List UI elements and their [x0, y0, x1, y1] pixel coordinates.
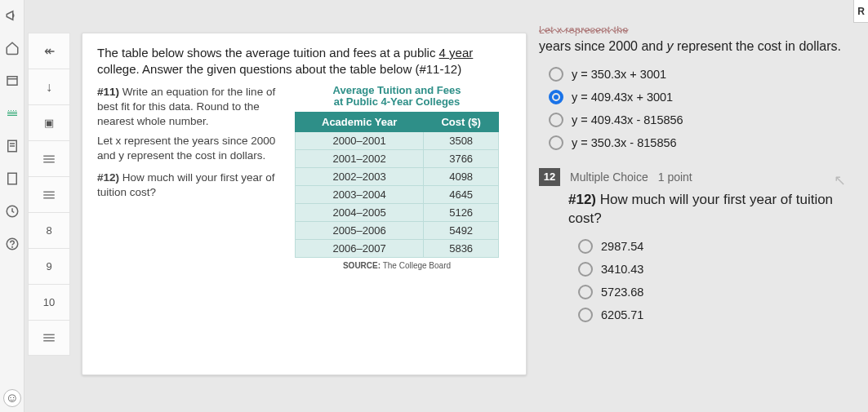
- back-arrow-icon: ↞: [44, 43, 55, 59]
- cell-year: 2003–2004: [296, 186, 424, 204]
- q12-option[interactable]: 5723.68: [578, 285, 857, 299]
- q12-option[interactable]: 3410.43: [578, 262, 857, 277]
- cell-cost: 5836: [424, 240, 499, 258]
- source-label: SOURCE:: [343, 261, 381, 270]
- q12-title-rest: How much will your first year of tuition…: [568, 192, 833, 226]
- question-panel: Let x represent the years since 2000 and…: [539, 24, 857, 340]
- table-title-l2: at Public 4-Year Colleges: [295, 96, 499, 109]
- nav-lines-3[interactable]: [28, 320, 70, 356]
- cell-cost: 4098: [424, 168, 499, 186]
- q11-options: y = 350.3x + 3001y = 409.43x + 3001y = 4…: [549, 67, 857, 150]
- table-row: 2000–20013508: [296, 132, 499, 150]
- option-text: 5723.68: [601, 286, 643, 299]
- clock-icon[interactable]: [5, 204, 20, 219]
- option-text: 6205.71: [601, 308, 643, 321]
- down-arrow-icon: ↓: [46, 80, 52, 95]
- sheet-icon[interactable]: [5, 139, 20, 153]
- q11-let: Let x represent the years since 2000 and…: [97, 134, 283, 163]
- window-icon[interactable]: [5, 73, 20, 88]
- q12-option[interactable]: 6205.71: [578, 308, 857, 322]
- q11-body: Write an equation for the line of best f…: [97, 86, 275, 127]
- radio-icon: [578, 239, 593, 254]
- passage-card: The table below shows the average tuitio…: [82, 33, 527, 375]
- q12-title-lead: #12): [568, 192, 596, 207]
- cell-cost: 4645: [424, 186, 499, 204]
- q11-option[interactable]: y = 409.43x + 3001: [549, 90, 857, 104]
- intro-post: college. Answer the given questions abou…: [97, 62, 461, 76]
- radio-icon: [578, 262, 593, 277]
- table-row: 2005–20065492: [296, 222, 499, 240]
- megaphone-icon[interactable]: [5, 8, 20, 23]
- tuition-table-wrap: Average Tuition and Fees at Public 4-Yea…: [295, 85, 499, 271]
- cell-year: 2004–2005: [296, 204, 424, 222]
- table-row: 2003–20044645: [296, 186, 499, 204]
- nav-q8[interactable]: 8: [28, 212, 70, 248]
- table-title: Average Tuition and Fees at Public 4-Yea…: [295, 85, 499, 109]
- cell-year: 2002–2003: [296, 168, 424, 186]
- q11-stem-b: y: [667, 39, 674, 53]
- table-title-l1: Average Tuition and Fees: [295, 85, 499, 97]
- option-text: y = 350.3x - 815856: [572, 136, 677, 149]
- q12-title: #12) How much will your first year of tu…: [568, 191, 857, 228]
- q12-options: 2987.543410.435723.686205.71: [578, 239, 857, 322]
- nav-q9[interactable]: 9: [28, 248, 70, 284]
- q11-option[interactable]: y = 350.3x + 3001: [549, 67, 857, 82]
- nav-q10[interactable]: 10: [28, 284, 70, 320]
- radio-icon: [549, 135, 563, 150]
- q12-body: How much will your first year of tuition…: [97, 171, 275, 198]
- question-nav: ↞ ↓ ▣ 8 9 10: [24, 33, 73, 356]
- table-row: 2001–20023766: [296, 150, 499, 168]
- q11-stem-c: represent the cost in dollars.: [674, 39, 841, 53]
- svg-rect-5: [7, 173, 16, 184]
- table-row: 2006–20075836: [296, 240, 499, 258]
- nav-back[interactable]: ↞: [28, 33, 70, 69]
- intro-pre: The table below shows the average tuitio…: [97, 46, 439, 60]
- cell-cost: 3508: [424, 132, 499, 150]
- table-row: 2004–20055126: [296, 204, 499, 222]
- nav-lines-2[interactable]: [28, 176, 70, 212]
- cell-cost: 5492: [424, 222, 499, 240]
- q12-lead: #12): [97, 171, 119, 184]
- doc-icon[interactable]: [5, 171, 20, 186]
- radio-icon: [549, 67, 563, 82]
- q11-text: #11) Write an equation for the line of b…: [97, 85, 283, 164]
- q11-stem-a: years since 2000 and: [539, 39, 667, 53]
- ghost-cursor-icon: ↖: [834, 171, 846, 189]
- q12-points: 1 point: [658, 171, 692, 184]
- user-bubble-icon[interactable]: ☺: [3, 389, 21, 407]
- app-icon-rail: ⩸ ☺: [0, 0, 24, 412]
- passage-intro: The table below shows the average tuitio…: [97, 45, 511, 78]
- option-text: 3410.43: [601, 263, 643, 276]
- option-text: 2987.54: [601, 240, 643, 253]
- nav-down[interactable]: ↓: [28, 69, 70, 104]
- cell-cost: 3766: [424, 150, 499, 168]
- nav-lines-1[interactable]: [28, 140, 70, 176]
- radio-icon: [549, 90, 563, 104]
- stack-icon[interactable]: ⩸: [5, 106, 20, 121]
- option-text: y = 350.3x + 3001: [572, 68, 666, 81]
- q12-option[interactable]: 2987.54: [578, 239, 857, 254]
- svg-rect-0: [7, 77, 17, 86]
- table-source: SOURCE: The College Board: [295, 261, 499, 270]
- tuition-table: Academic Year Cost ($) 2000–200135082001…: [295, 112, 499, 258]
- intro-underlined: 4 year: [439, 46, 474, 60]
- camera-icon: ▣: [44, 117, 54, 129]
- cell-year: 2005–2006: [296, 222, 424, 240]
- home-icon[interactable]: [5, 41, 20, 55]
- q11-option[interactable]: y = 350.3x - 815856: [549, 135, 857, 150]
- help-icon[interactable]: [5, 237, 20, 251]
- q11-lead: #11): [97, 86, 119, 98]
- radio-icon: [578, 308, 593, 322]
- q12-number-badge[interactable]: 12: [539, 168, 560, 186]
- radio-icon: [549, 113, 563, 127]
- q11-option[interactable]: y = 409.43x - 815856: [549, 113, 857, 127]
- q12-header: 12 Multiple Choice 1 point: [539, 168, 857, 186]
- q11-truncated: Let x represent the: [539, 24, 857, 36]
- q12-type: Multiple Choice: [570, 171, 648, 184]
- cell-year: 2001–2002: [296, 150, 424, 168]
- corner-tab[interactable]: R: [853, 0, 868, 23]
- option-text: y = 409.43x - 815856: [572, 113, 683, 126]
- col-cost: Cost ($): [424, 113, 499, 132]
- q12-text: #12) How much will your first year of tu…: [97, 171, 283, 200]
- nav-camera[interactable]: ▣: [28, 104, 70, 140]
